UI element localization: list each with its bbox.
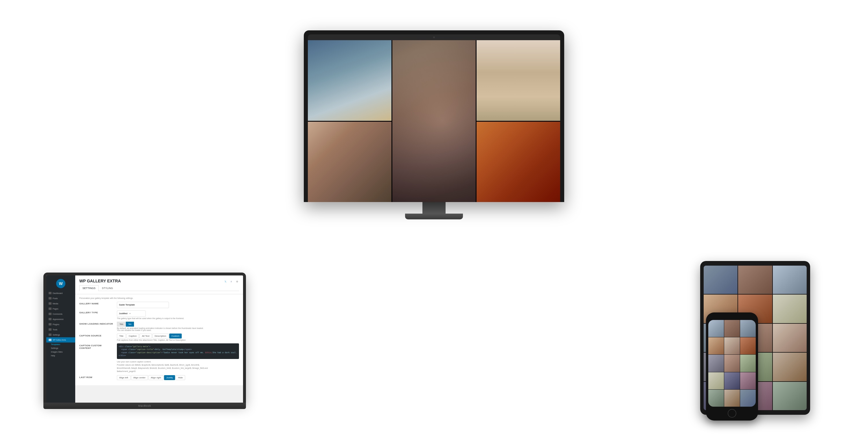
tab-settings[interactable]: SETTINGS: [79, 285, 99, 291]
sidebar-item-tools[interactable]: Tools: [46, 327, 75, 332]
sidebar-subitem-help[interactable]: Help: [46, 354, 75, 357]
wp-admin-content: WP GALLERY EXTRA 𝕏 f ⚙ SETTINGS STYLING: [75, 275, 243, 403]
monitor-photo-3: [476, 40, 560, 121]
tablet-photo-3: [773, 266, 807, 294]
sidebar-item-wp-gallery[interactable]: WP Gallery Extra: [46, 337, 75, 343]
wp-tabs: SETTINGS STYLING: [79, 285, 239, 291]
settings-icon: [49, 334, 52, 336]
monitor-screen: [308, 40, 560, 202]
form-description: Personalize your gallery template with t…: [79, 297, 239, 299]
phone-photo-4: [708, 337, 724, 354]
phone-photo-11: [724, 372, 740, 389]
last-row-hide[interactable]: Hide: [176, 375, 185, 380]
loading-yes-button[interactable]: Yes: [117, 322, 126, 326]
caption-source-label: CAPTION SOURCE: [79, 334, 114, 337]
phone-photo-13: [708, 390, 724, 407]
last-row-buttons: Align left Align center Align right Just…: [117, 375, 239, 380]
sidebar-item-pages[interactable]: Pages: [46, 306, 75, 311]
sidebar-item-plugins[interactable]: Plugins: [46, 322, 75, 327]
wp-page-title: WP GALLERY EXTRA: [79, 279, 121, 283]
loading-desc: By default, an animated loading animatio…: [117, 327, 204, 331]
monitor-camera: [433, 36, 435, 38]
last-row-row: LAST ROW Align left Align center Align r…: [79, 375, 239, 380]
phone-screen: [708, 320, 756, 407]
sidebar-item-media[interactable]: Media: [46, 301, 75, 306]
sidebar-subitem-templates[interactable]: Templates: [46, 343, 75, 346]
possible-values-desc: Use your own custom caption content. Pos…: [117, 360, 239, 373]
caption-source-buttons: Title Caption Alt Text Description Custo…: [117, 334, 239, 339]
caption-code-block[interactable]: <div class="gallery-meta"> <span class="…: [117, 343, 239, 359]
pages-icon: [49, 308, 52, 310]
last-row-align-left[interactable]: Align left: [117, 375, 130, 380]
twitter-icon[interactable]: 𝕏: [223, 279, 227, 283]
phone-frame: [706, 312, 758, 420]
tab-styling[interactable]: STYLING: [99, 285, 116, 291]
laptop-base: MacBook: [43, 403, 246, 409]
gallery-type-select[interactable]: Justified ▼: [117, 310, 146, 317]
show-loading-row: SHOW LOADING INDICATOR Yes No By default…: [79, 322, 239, 331]
gallery-type-value: Justified: [119, 312, 127, 315]
caption-custom-row: CAPTION CUSTOM CONTENT <div class="galle…: [79, 343, 239, 373]
tablet-photo-9: [773, 324, 807, 352]
last-row-justify[interactable]: Justify: [164, 375, 175, 380]
tablet-photo-6: [773, 295, 807, 323]
laptop-label: MacBook: [138, 404, 151, 407]
caption-description-button[interactable]: Description: [153, 334, 169, 339]
tools-icon: [49, 328, 52, 331]
caption-custom-label: CAPTION CUSTOM CONTENT: [79, 343, 114, 349]
phone-photo-14: [724, 390, 740, 407]
caption-source-desc: Pull captions from either the attachment…: [117, 339, 239, 341]
monitor-photo-1: [308, 40, 392, 121]
laptop-frame: W Dashboard Posts Media: [43, 273, 246, 403]
media-icon: [49, 302, 52, 305]
tablet-photo-1: [704, 266, 738, 294]
phone-photo-2: [724, 320, 740, 337]
phone-photo-10: [708, 372, 724, 389]
phone-home-button[interactable]: [728, 409, 736, 418]
phone-photo-grid: [708, 320, 756, 407]
select-arrow-icon: ▼: [129, 313, 131, 314]
last-row-align-center[interactable]: Align center: [131, 375, 148, 380]
monitor-photo-4: [308, 122, 392, 202]
wp-social-icons: 𝕏 f ⚙: [223, 279, 239, 283]
caption-alttext-button[interactable]: Alt Text: [140, 334, 152, 339]
posts-icon: [49, 297, 52, 300]
phone-photo-7: [708, 355, 724, 372]
sidebar-item-appearance[interactable]: Appearance: [46, 316, 75, 322]
caption-custom-button[interactable]: Custom: [169, 334, 182, 339]
sidebar-item-dashboard[interactable]: Dashboard: [46, 290, 75, 296]
wp-logo: W: [56, 279, 65, 288]
gallery-name-row: GALLERY NAME: [79, 302, 239, 308]
last-row-align-right[interactable]: Align right: [148, 375, 163, 380]
sidebar-subitem-settings[interactable]: Settings: [46, 346, 75, 350]
laptop: W Dashboard Posts Media: [43, 273, 246, 409]
facebook-icon[interactable]: f: [229, 279, 233, 283]
caption-source-row: CAPTION SOURCE Title Caption Alt Text De…: [79, 334, 239, 341]
wp-admin-sidebar: W Dashboard Posts Media: [46, 275, 75, 403]
monitor-photo-2: [392, 40, 476, 202]
loading-no-button[interactable]: No: [126, 322, 134, 326]
caption-title-button[interactable]: Title: [117, 334, 126, 339]
gallery-name-input[interactable]: [117, 302, 169, 308]
appearance-icon: [49, 318, 52, 320]
gallery-name-label: GALLERY NAME: [79, 302, 114, 305]
gallery-type-row: GALLERY TYPE Justified ▼ The gallery typ…: [79, 310, 239, 319]
sidebar-item-comments[interactable]: Comments: [46, 311, 75, 316]
monitor-bezel-top: [308, 34, 560, 40]
tablet-photo-15: [773, 382, 807, 410]
sidebar-item-posts[interactable]: Posts: [46, 296, 75, 301]
wp-settings-form: Personalize your gallery template with t…: [75, 294, 243, 385]
phone-photo-8: [724, 355, 740, 372]
sidebar-item-settings[interactable]: Settings: [46, 332, 75, 337]
phone: [706, 312, 758, 420]
settings-cog-icon[interactable]: ⚙: [235, 279, 239, 283]
dashboard-icon: [49, 292, 52, 294]
sidebar-subitem-image-sites[interactable]: Images Sites: [46, 350, 75, 354]
wp-title-bar: WP GALLERY EXTRA 𝕏 f ⚙ SETTINGS STYLING: [75, 275, 243, 294]
desktop-monitor: [304, 30, 564, 219]
laptop-screen: W Dashboard Posts Media: [46, 275, 243, 403]
phone-photo-12: [740, 372, 756, 389]
caption-caption-button[interactable]: Caption: [126, 334, 139, 339]
plugins-icon: [49, 323, 52, 325]
phone-photo-15: [740, 390, 756, 407]
